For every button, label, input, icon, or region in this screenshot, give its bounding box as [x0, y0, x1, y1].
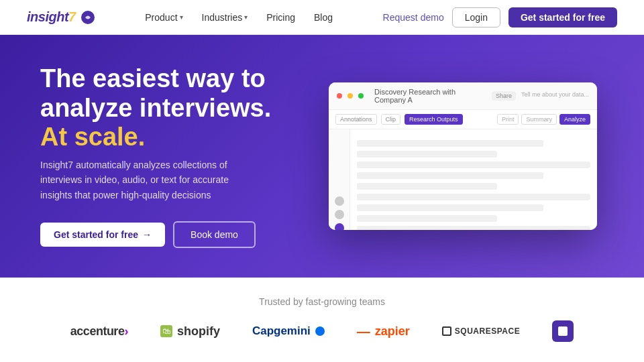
chevron-down-icon: ▾ [180, 13, 183, 21]
window-dot-yellow [347, 93, 353, 99]
tell-label: Tell me about your data... [521, 91, 589, 101]
nav-right: Request demo Login Get started for free [383, 7, 617, 27]
toolbar-analyze[interactable]: Analyze [559, 114, 590, 125]
logo-zapier: — zapier [357, 324, 410, 339]
app-toolbar: Annotations Clip Research Outputs Print … [329, 110, 597, 129]
hero-section: The easiest way to analyze interviews. A… [0, 35, 644, 278]
upflow-icon [552, 320, 574, 342]
content-row-6 [357, 194, 590, 200]
login-button[interactable]: Login [452, 7, 500, 27]
get-started-hero-button[interactable]: Get started for free → [40, 223, 165, 247]
toolbar-annotations[interactable]: Annotations [335, 114, 377, 125]
toolbar-summary[interactable]: Summary [521, 114, 557, 125]
book-demo-button[interactable]: Book demo [173, 221, 256, 248]
zapier-dash-icon: — [357, 324, 370, 339]
content-row-1 [357, 140, 543, 147]
app-actions: Share Tell me about your data... [492, 91, 589, 101]
app-window: Discovery Research with Company A Share … [329, 82, 597, 230]
content-row-5 [357, 183, 497, 190]
content-row-9 [357, 226, 590, 230]
content-row-3 [357, 162, 590, 168]
window-dot-green [358, 93, 364, 99]
trusted-section: Trusted by fast-growing teams accenture›… [0, 278, 644, 355]
hero-buttons: Get started for free → Book demo [40, 221, 322, 248]
toolbar-clip[interactable]: Clip [381, 114, 401, 125]
nav-industries[interactable]: Industries ▾ [202, 12, 248, 23]
logo[interactable]: insight7 [27, 9, 95, 25]
hero-app-preview: Discovery Research with Company A Share … [322, 82, 604, 230]
logo-squarespace: SQUARESPACE [442, 326, 520, 336]
app-tab-title: Discovery Research with Company A [374, 88, 486, 104]
logo-capgemini: Capgemini [252, 324, 325, 338]
content-row-2 [357, 151, 497, 158]
get-started-nav-button[interactable]: Get started for free [508, 7, 617, 27]
arrow-icon: → [142, 229, 152, 240]
hero-subtitle: Insight7 automatically analyzes collecti… [40, 158, 255, 202]
logo-shopify: 🛍 shopify [160, 324, 220, 339]
content-row-7 [357, 204, 543, 211]
nav-blog[interactable]: Blog [314, 12, 333, 23]
app-titlebar: Discovery Research with Company A Share … [329, 82, 597, 110]
shopify-icon: 🛍 [160, 325, 172, 337]
hero-content: The easiest way to analyze interviews. A… [40, 64, 322, 248]
window-dot-red [337, 93, 342, 99]
squarespace-icon [442, 326, 451, 336]
logo-icon [80, 10, 95, 25]
hero-title: The easiest way to analyze interviews. A… [40, 64, 322, 152]
bottom-icon-3 [335, 223, 344, 230]
capgemini-icon [315, 326, 325, 336]
app-sidebar [329, 129, 350, 230]
app-body [329, 129, 597, 230]
navbar: insight7 Product ▾ Industries ▾ Pricing … [0, 0, 644, 35]
trusted-label: Trusted by fast-growing teams [27, 296, 617, 307]
logo-text: insight7 [27, 9, 95, 25]
trusted-logos: accenture› 🛍 shopify Capgemini — zapier … [27, 320, 617, 342]
bottom-icon-2 [335, 210, 344, 219]
toolbar-research[interactable]: Research Outputs [405, 114, 463, 125]
app-main-content [350, 129, 597, 230]
toolbar-print[interactable]: Print [497, 114, 519, 125]
app-bottom-sidebar [335, 156, 344, 230]
nav-pricing[interactable]: Pricing [266, 12, 295, 23]
app-toolbar-right: Print Summary Analyze [497, 114, 590, 125]
content-row-4 [357, 172, 543, 179]
logo-accenture: accenture› [70, 324, 128, 339]
nav-product[interactable]: Product ▾ [145, 12, 182, 23]
content-row-8 [357, 215, 497, 222]
request-demo-link[interactable]: Request demo [383, 12, 444, 23]
nav-links: Product ▾ Industries ▾ Pricing Blog [145, 12, 333, 23]
logo-upflow [552, 320, 574, 342]
share-button[interactable]: Share [492, 91, 516, 101]
chevron-down-icon: ▾ [244, 13, 248, 21]
bottom-icon-1 [335, 196, 344, 206]
